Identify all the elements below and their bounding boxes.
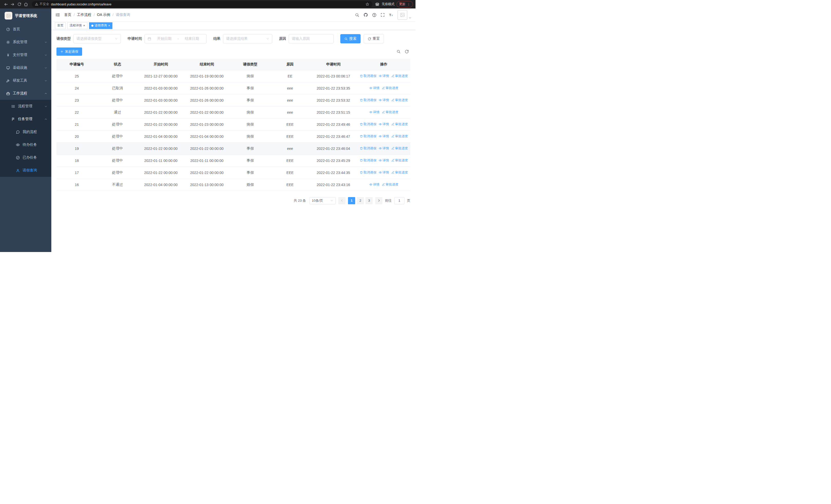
next-page-button[interactable]	[375, 197, 382, 204]
toggle-search-icon[interactable]	[397, 50, 401, 54]
tab-请假查询[interactable]: 请假查询×	[89, 22, 113, 29]
op-detail-button[interactable]: 详情	[379, 134, 389, 139]
sidebar-item-yen[interactable]: 支付管理	[0, 49, 51, 61]
fullscreen-icon[interactable]	[381, 13, 385, 17]
op-progress-button[interactable]: 审批进度	[391, 122, 408, 126]
op-progress-button[interactable]: 审批进度	[391, 134, 408, 139]
breadcrumb-item[interactable]: 首页	[64, 12, 71, 17]
svg-text:T: T	[392, 14, 393, 17]
search-button[interactable]: 搜索	[340, 34, 361, 43]
page-size-select[interactable]: 10条/页	[310, 197, 336, 204]
leave-type-select[interactable]: 请选择请假类型	[74, 34, 121, 43]
github-icon[interactable]	[364, 12, 368, 17]
breadcrumb-item[interactable]: 工作流程	[77, 12, 91, 17]
eye-icon	[379, 98, 382, 101]
forward-icon[interactable]	[9, 1, 16, 8]
op-cancel-button[interactable]: 取消请假	[360, 158, 376, 163]
cell-reason: EEE	[270, 154, 310, 167]
cell-operations: 取消请假详情审批进度	[357, 130, 410, 142]
breadcrumb-item[interactable]: OA 示例	[97, 12, 110, 17]
chevron-up-icon	[45, 92, 47, 95]
trash-icon	[360, 135, 363, 138]
op-cancel-button[interactable]: 取消请假	[360, 98, 376, 102]
page-button-1[interactable]: 1	[348, 197, 355, 204]
op-cancel-button[interactable]: 取消请假	[360, 170, 376, 175]
op-progress-button[interactable]: 审批进度	[391, 158, 408, 163]
op-progress-button[interactable]: 审批进度	[382, 86, 399, 90]
op-cancel-button[interactable]: 取消请假	[360, 74, 376, 78]
home-icon[interactable]	[23, 1, 29, 8]
op-detail-button[interactable]: 详情	[379, 98, 389, 102]
sidebar-item-chat[interactable]: 我的流程	[0, 125, 51, 138]
chrome-menu-icon[interactable]: ⋮	[407, 2, 410, 6]
cell-apply_time: 2022-01-23 00:06:17	[310, 70, 357, 82]
close-icon[interactable]: ×	[83, 24, 85, 27]
op-detail-button[interactable]: 详情	[379, 74, 389, 78]
cell-reason: eee	[270, 82, 310, 94]
op-progress-button[interactable]: 审批进度	[382, 110, 399, 114]
svg-text:T: T	[389, 13, 391, 17]
page-button-2[interactable]: 2	[357, 197, 364, 204]
sidebar-item-user[interactable]: 请假查询	[0, 164, 51, 177]
reload-icon[interactable]	[16, 1, 23, 8]
address-bar[interactable]: 不安全 dashboard.yudao.iocoder.cn/bpm/oa/le…	[32, 1, 372, 7]
avatar[interactable]	[398, 10, 407, 20]
bookmark-star-icon[interactable]	[366, 2, 369, 6]
op-cancel-button[interactable]: 取消请假	[360, 134, 376, 139]
goto-page-input[interactable]	[394, 197, 404, 204]
chrome-update-button[interactable]: 更新 ⋮	[397, 1, 413, 7]
reason-input[interactable]: 请输入原因	[289, 34, 334, 43]
not-secure-label: 不安全	[39, 2, 49, 6]
cell-type: 事假	[230, 82, 271, 94]
header-search-icon[interactable]	[355, 13, 359, 17]
op-progress-button[interactable]: 审批进度	[391, 170, 408, 175]
op-progress-button[interactable]: 审批进度	[382, 182, 399, 187]
sidebar-item-flag[interactable]: 任务管理	[0, 113, 51, 125]
op-cancel-button[interactable]: 取消请假	[360, 146, 376, 151]
reset-button[interactable]: 重置	[364, 34, 384, 43]
sidebar-collapse-icon[interactable]	[55, 12, 60, 17]
filter-form: 请假类型 请选择请假类型 申请时间 开始日期 - 结束日期	[56, 34, 410, 43]
sidebar-item-label: 流程管理	[18, 104, 32, 109]
close-icon[interactable]: ×	[108, 24, 110, 27]
sidebar-logo[interactable]: 芋道管理系统	[0, 8, 51, 23]
sidebar-item-tool[interactable]: 研发工具	[0, 74, 51, 87]
op-detail-button[interactable]: 详情	[369, 86, 379, 90]
sidebar-item-gear[interactable]: 系统管理	[0, 36, 51, 49]
sidebar-item-eye[interactable]: 待办任务	[0, 138, 51, 151]
op-detail-button[interactable]: 详情	[369, 110, 379, 114]
op-cancel-button[interactable]: 取消请假	[360, 122, 376, 126]
tab-流程详情[interactable]: 流程详情×	[67, 22, 87, 29]
user-menu[interactable]	[398, 10, 411, 20]
active-tab-dot	[91, 25, 93, 27]
tab-首页[interactable]: 首页	[55, 22, 66, 29]
page-button-3[interactable]: 3	[366, 197, 373, 204]
op-progress-button[interactable]: 审批进度	[391, 74, 408, 78]
font-size-icon[interactable]: TT	[389, 12, 394, 17]
chevron-down-icon	[45, 105, 47, 108]
sidebar-item-list[interactable]: 流程管理	[0, 100, 51, 113]
create-leave-button[interactable]: 发起请假	[56, 48, 82, 56]
prev-page-button[interactable]	[338, 197, 345, 204]
op-detail-button[interactable]: 详情	[379, 146, 389, 151]
apply-time-label: 申请时间	[127, 36, 142, 41]
op-detail-button[interactable]: 详情	[379, 122, 389, 126]
refresh-table-icon[interactable]	[405, 50, 409, 54]
op-detail-button[interactable]: 详情	[379, 170, 389, 175]
result-select[interactable]: 请选择流结果	[223, 34, 272, 43]
sidebar-item-check-circle[interactable]: 已办任务	[0, 151, 51, 164]
help-icon[interactable]	[372, 13, 376, 17]
cell-type: 病假	[230, 106, 271, 118]
sidebar-item-dashboard[interactable]: 首页	[0, 23, 51, 36]
sidebar-item-monitor[interactable]: 基础设施	[0, 61, 51, 74]
breadcrumb-separator: /	[112, 13, 113, 17]
op-detail-button[interactable]: 详情	[379, 158, 389, 163]
op-progress-button[interactable]: 审批进度	[391, 98, 408, 102]
sidebar-item-briefcase[interactable]: 工作流程	[0, 87, 51, 100]
back-icon[interactable]	[3, 1, 9, 8]
apply-time-range-picker[interactable]: 开始日期 - 结束日期	[144, 34, 207, 43]
op-detail-button[interactable]: 详情	[369, 182, 379, 187]
edit-icon	[391, 159, 395, 162]
chevron-down-icon	[45, 66, 47, 69]
op-progress-button[interactable]: 审批进度	[391, 146, 408, 151]
